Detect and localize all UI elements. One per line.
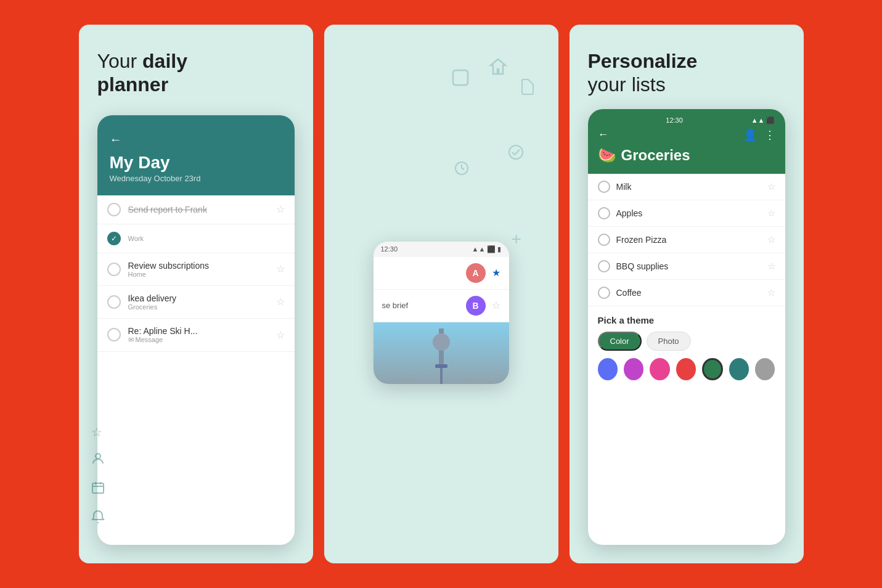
task-title-1: Send report to Frank — [128, 205, 269, 214]
color-swatch-teal[interactable] — [729, 358, 749, 380]
person-side-icon — [91, 452, 105, 468]
grocery-checkbox-coffee[interactable] — [598, 287, 610, 299]
side-icons: ☆ — [91, 425, 105, 526]
task-text-block-3: Review subscriptions Home — [128, 261, 269, 278]
float-icon-5 — [507, 143, 525, 166]
color-swatch-green[interactable] — [702, 358, 722, 380]
grocery-name-bbq: BBQ supplies — [616, 261, 761, 271]
task-text-block-2: Work — [128, 235, 285, 242]
more-icon-3: ⋮ — [764, 128, 775, 142]
grocery-item-coffee: Coffee ☆ — [588, 280, 785, 306]
task-row-2-a: A ★ — [374, 257, 509, 290]
task-checkbox-2[interactable]: ✓ — [107, 232, 121, 245]
list-emoji-3: 🍉 — [598, 147, 616, 164]
panel-3-title: Personalize your lists — [588, 49, 785, 97]
phone-mockup-2: 12:30 ▲▲ ⬛ ▮ A ★ se brief B ☆ — [374, 242, 509, 384]
status-icons-2: ▲▲ ⬛ ▮ — [472, 245, 502, 253]
phone-my-day-subtitle: Wednesday October 23rd — [110, 174, 282, 183]
task-2b-text: se brief — [382, 301, 460, 310]
panel-3: Personalize your lists 12:30 ▲▲ ⬛ ← 👤 ⋮ — [570, 25, 804, 563]
svg-rect-17 — [435, 364, 447, 368]
phone-list-title-3: 🍉 Groceries — [598, 147, 775, 164]
status-time-3: 12:30 — [666, 116, 683, 124]
theme-tab-photo[interactable]: Photo — [647, 332, 691, 351]
color-swatches — [598, 358, 775, 380]
task-checkbox-4[interactable] — [107, 295, 121, 309]
task-category-5: ✉ Message — [128, 336, 269, 344]
task-star-3: ☆ — [276, 263, 285, 275]
theme-section: Pick a theme Color Photo — [588, 306, 785, 389]
avatar-2b: B — [466, 296, 486, 316]
task-item-5: Re: Apline Ski H... ✉ Message ☆ — [97, 319, 295, 352]
theme-tab-color[interactable]: Color — [598, 332, 642, 351]
task-star-2b: ☆ — [492, 300, 500, 311]
theme-tabs: Color Photo — [598, 332, 775, 351]
svg-rect-6 — [453, 70, 468, 85]
phone-mockup-1: ← My Day Wednesday October 23rd Send rep… — [97, 115, 295, 545]
phone-header-3: 12:30 ▲▲ ⬛ ← 👤 ⋮ 🍉 Groceries — [588, 109, 785, 174]
grocery-checkbox-apples[interactable] — [598, 207, 610, 219]
grocery-items: Milk ☆ Apples ☆ Frozen Pizza ☆ BBQ suppl… — [588, 174, 785, 306]
color-swatch-red[interactable] — [676, 358, 696, 380]
svg-rect-1 — [92, 483, 104, 493]
panel-1: Your dailyplanner ← My Day Wednesday Oct… — [79, 25, 313, 563]
float-icon-7: + — [512, 229, 521, 249]
float-icon-3 — [518, 78, 536, 100]
float-icon-4 — [453, 160, 470, 181]
float-icon-2 — [488, 57, 508, 81]
svg-point-15 — [433, 333, 450, 351]
person-icon-3: 👤 — [743, 128, 757, 142]
grocery-star-pizza: ☆ — [767, 234, 775, 245]
svg-line-9 — [462, 168, 464, 169]
task-item-1: Send report to Frank ☆ — [97, 195, 295, 224]
grocery-item-pizza: Frozen Pizza ☆ — [588, 227, 785, 253]
task-star-5: ☆ — [276, 329, 285, 341]
task-title-4: Ikea delivery — [128, 293, 269, 303]
task-row-2-b: se brief B ☆ — [374, 290, 509, 322]
grocery-checkbox-pizza[interactable] — [598, 234, 610, 246]
task-item-2: ✓ Work — [97, 224, 295, 253]
back-arrow-3: ← — [598, 128, 609, 141]
phone-mockup-3: 12:30 ▲▲ ⬛ ← 👤 ⋮ 🍉 Groceries — [588, 109, 785, 545]
task-category-4: Groceries — [128, 303, 269, 311]
avatar-2a: A — [466, 263, 486, 283]
grocery-name-milk: Milk — [616, 182, 761, 192]
color-swatch-purple[interactable] — [624, 358, 643, 380]
task-checkbox-3[interactable] — [107, 263, 121, 276]
grocery-item-apples: Apples ☆ — [588, 200, 785, 227]
grocery-name-apples: Apples — [616, 208, 761, 218]
phone-back-arrow: ← — [110, 133, 282, 147]
panel-1-title-normal: Your — [97, 50, 143, 72]
nav-icons-3: 👤 ⋮ — [743, 128, 775, 142]
task-category-2: Work — [128, 235, 285, 242]
city-image — [374, 322, 509, 384]
task-checkbox-1[interactable] — [107, 203, 121, 216]
phone-status-bar-3: 12:30 ▲▲ ⬛ — [598, 116, 775, 125]
grocery-star-bbq: ☆ — [767, 261, 775, 272]
grocery-checkbox-milk[interactable] — [598, 181, 610, 193]
svg-point-0 — [96, 454, 100, 459]
grocery-star-milk: ☆ — [767, 181, 775, 192]
panel-3-title-normal: your lists — [588, 73, 666, 96]
status-icons-3: ▲▲ ⬛ — [751, 116, 775, 125]
grocery-item-milk: Milk ☆ — [588, 174, 785, 200]
task-checkbox-5[interactable] — [107, 328, 121, 341]
phone-header-1: ← My Day Wednesday October 23rd — [97, 115, 295, 195]
grocery-star-coffee: ☆ — [767, 287, 775, 298]
float-icon-1 — [451, 68, 470, 92]
grocery-checkbox-bbq[interactable] — [598, 260, 610, 272]
color-swatch-gray[interactable] — [755, 358, 775, 380]
panel-2: + 12:30 ▲▲ ⬛ ▮ A ★ se brief B ☆ — [324, 25, 558, 563]
color-swatch-pink[interactable] — [650, 358, 669, 380]
color-swatch-blue[interactable] — [598, 358, 618, 380]
star-side-icon: ☆ — [91, 425, 105, 439]
star-blue-2a: ★ — [492, 267, 500, 279]
panels-container: Your dailyplanner ← My Day Wednesday Oct… — [48, 0, 835, 588]
task-text-block-5: Re: Apline Ski H... ✉ Message — [128, 326, 269, 344]
panel-1-title: Your dailyplanner — [97, 49, 295, 97]
task-title-5: Re: Apline Ski H... — [128, 326, 269, 336]
theme-title: Pick a theme — [598, 315, 775, 325]
svg-rect-16 — [440, 365, 443, 384]
grocery-name-pizza: Frozen Pizza — [616, 235, 761, 245]
task-item-4: Ikea delivery Groceries ☆ — [97, 286, 295, 319]
